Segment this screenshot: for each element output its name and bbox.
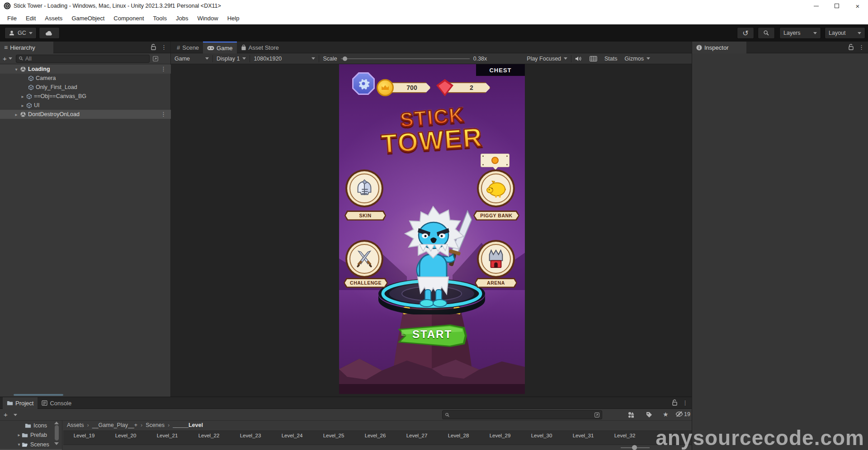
asset-level-20[interactable]: Level_20 <box>105 431 146 445</box>
mute-audio-button[interactable] <box>571 53 586 64</box>
inspector-menu-icon[interactable]: ⋮ <box>859 44 864 51</box>
breadcrumb-game-play[interactable]: __Game_Play__+ <box>92 422 137 428</box>
close-button[interactable]: × <box>847 0 868 12</box>
chest-label[interactable]: CHEST <box>476 64 525 76</box>
chevron-down-icon[interactable] <box>14 414 17 416</box>
asset-level-21[interactable]: Level_21 <box>146 431 188 445</box>
gameobject-row-only-first-load[interactable]: Only_First_Load <box>0 83 171 92</box>
search-by-label-icon[interactable] <box>646 411 653 418</box>
breadcrumb-assets[interactable]: Assets <box>67 422 84 428</box>
add-gameobject-button[interactable]: + <box>3 55 7 62</box>
lock-open-icon[interactable] <box>672 399 678 406</box>
display-dropdown[interactable]: Display 1 <box>213 53 250 64</box>
expander-open-icon[interactable]: ▾ <box>14 67 19 72</box>
gameobject-row-canvas-bg[interactable]: ▸ ==Obj==Canvas_BG <box>0 92 171 101</box>
menu-window[interactable]: Window <box>193 15 222 22</box>
gameobject-row-camera[interactable]: Camera <box>0 74 171 83</box>
skin-button[interactable] <box>345 169 383 207</box>
menu-tools[interactable]: Tools <box>149 15 171 22</box>
tab-scene[interactable]: # Scene <box>173 42 203 53</box>
expander-closed-icon[interactable]: ▸ <box>14 112 19 117</box>
create-asset-button[interactable]: + <box>4 411 8 418</box>
chevron-down-icon[interactable] <box>9 57 12 60</box>
scroll-up-icon[interactable] <box>54 422 59 424</box>
asset-level-25[interactable]: Level_25 <box>313 431 354 445</box>
expander-open-icon[interactable]: ▾ <box>16 442 22 447</box>
start-button[interactable]: START <box>397 323 467 348</box>
hierarchy-scrollbar[interactable] <box>14 394 63 396</box>
asset-level-29[interactable]: Level_29 <box>479 431 521 445</box>
tab-hierarchy[interactable]: ≡ Hierarchy <box>0 42 53 53</box>
menu-gameobject[interactable]: GameObject <box>67 15 109 22</box>
play-focused-dropdown[interactable]: Play Focused <box>523 53 571 64</box>
project-search-input[interactable] <box>442 410 602 419</box>
project-menu-icon[interactable]: ⋮ <box>682 399 688 406</box>
undo-history-button[interactable]: ↺ <box>737 27 754 39</box>
menu-edit[interactable]: Edit <box>21 15 40 22</box>
menu-assets[interactable]: Assets <box>40 15 67 22</box>
aspect-dropdown[interactable]: Game <box>171 53 212 64</box>
search-everywhere-button[interactable] <box>758 27 775 39</box>
breadcrumb-level[interactable]: _____Level <box>173 422 203 428</box>
resolution-dropdown[interactable]: 1080x1920 <box>250 53 319 64</box>
hierarchy-menu-icon[interactable]: ⋮ <box>161 44 167 51</box>
layout-dropdown[interactable]: Layout <box>825 27 865 39</box>
scale-slider[interactable] <box>341 58 470 59</box>
tab-console[interactable]: Console <box>38 397 75 409</box>
tree-scrollbar[interactable] <box>53 421 60 450</box>
cloud-button[interactable] <box>39 27 60 39</box>
lock-open-icon[interactable] <box>848 44 854 51</box>
asset-level-27[interactable]: Level_27 <box>396 431 438 445</box>
piggy-bank-button[interactable] <box>477 169 515 207</box>
gizmos-dropdown[interactable]: Gizmos <box>621 53 654 64</box>
expander-closed-icon[interactable]: ▸ <box>16 432 22 437</box>
tab-project[interactable]: Project <box>3 397 38 409</box>
layers-dropdown[interactable]: Layers <box>779 27 821 39</box>
expander-closed-icon[interactable]: ▸ <box>20 94 25 99</box>
maximize-button[interactable] <box>826 0 847 12</box>
scene-row-loading[interactable]: ▾ Loading ⋮ <box>0 65 171 74</box>
asset-zoom-handle[interactable] <box>632 445 637 450</box>
tab-inspector[interactable]: Inspector <box>692 42 746 53</box>
folder-icon <box>7 400 13 406</box>
expander-closed-icon[interactable]: ▸ <box>20 103 25 108</box>
asset-level-19[interactable]: Level_19 <box>63 431 105 445</box>
hidden-packages-toggle[interactable]: 19 <box>675 411 690 417</box>
settings-button[interactable] <box>352 72 375 95</box>
row-menu-icon[interactable]: ⋮ <box>160 66 166 72</box>
arena-button[interactable] <box>477 240 515 278</box>
asset-level-32[interactable]: Level_32 <box>604 431 646 445</box>
asset-level-28[interactable]: Level_28 <box>438 431 479 445</box>
tab-game[interactable]: Game <box>203 42 236 53</box>
menu-file[interactable]: File <box>3 15 21 22</box>
open-search-window-icon[interactable] <box>152 56 159 62</box>
breadcrumb-scenes[interactable]: Scenes <box>146 422 165 428</box>
lock-open-icon[interactable] <box>151 44 156 51</box>
row-menu-icon[interactable]: ⋮ <box>160 111 166 117</box>
stats-button[interactable]: Stats <box>601 53 621 64</box>
asset-level-23[interactable]: Level_23 <box>230 431 271 445</box>
menu-component[interactable]: Component <box>109 15 148 22</box>
minimize-button[interactable] <box>806 0 826 12</box>
asset-level-31[interactable]: Level_31 <box>562 431 604 445</box>
scale-slider-handle[interactable] <box>343 56 347 61</box>
asset-level-24[interactable]: Level_24 <box>271 431 313 445</box>
challenge-button[interactable] <box>345 240 383 278</box>
menu-jobs[interactable]: Jobs <box>171 15 193 22</box>
tab-asset-store[interactable]: Asset Store <box>237 42 283 53</box>
hierarchy-search-input[interactable]: All <box>16 55 150 63</box>
gizmos-label: Gizmos <box>625 56 644 62</box>
scroll-down-icon[interactable] <box>54 442 59 445</box>
asset-level-30[interactable]: Level_30 <box>521 431 562 445</box>
asset-level-22[interactable]: Level_22 <box>188 431 230 445</box>
vsync-grid-button[interactable] <box>586 53 601 64</box>
scene-row-dontdestroyonload[interactable]: ▸ DontDestroyOnLoad ⋮ <box>0 110 171 119</box>
scrollbar-thumb[interactable] <box>55 425 59 441</box>
account-dropdown[interactable]: GC <box>5 27 37 39</box>
gameobject-row-ui[interactable]: ▸ UI <box>0 101 171 110</box>
favorites-star-icon[interactable]: ★ <box>663 411 669 418</box>
open-search-window-icon[interactable] <box>594 412 600 418</box>
search-by-type-icon[interactable] <box>627 411 635 418</box>
menu-help[interactable]: Help <box>223 15 244 22</box>
asset-level-26[interactable]: Level_26 <box>354 431 396 445</box>
